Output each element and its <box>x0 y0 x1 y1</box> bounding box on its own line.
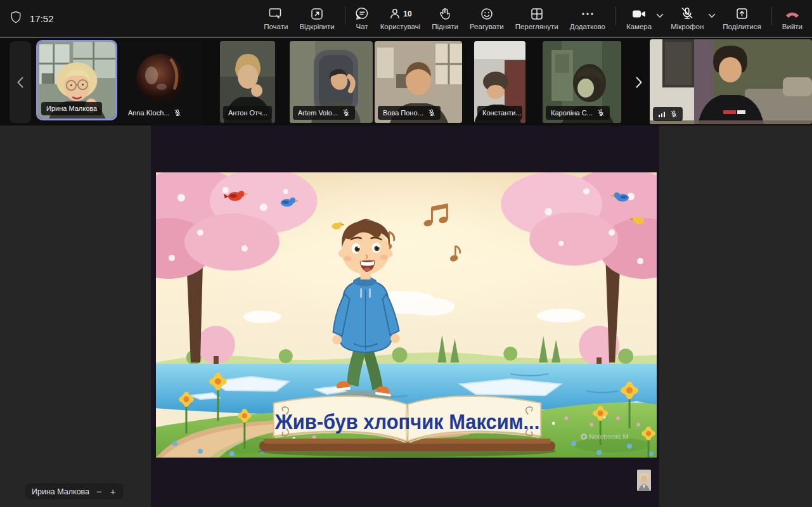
presenter-video-thumbnail[interactable] <box>637 470 651 491</box>
camera-chevron-down-icon[interactable] <box>655 10 665 22</box>
presenter-name: Ирина Малкова <box>32 487 89 496</box>
mic-muted-icon <box>680 7 694 21</box>
react-smiley-icon <box>480 7 493 21</box>
signal-bars-icon <box>658 110 666 118</box>
teams-meeting-window: 17:52 Почати Відкр <box>0 0 812 507</box>
participant-tile[interactable]: Artem Volo... <box>290 41 373 123</box>
chat-label: Чат <box>356 23 368 30</box>
mic-button[interactable]: Мікрофон <box>665 1 709 36</box>
participant-name-badge: Антон Отч... <box>223 106 272 120</box>
meeting-toolbar: 17:52 Почати Відкр <box>0 0 812 38</box>
raise-hand-label: Підняти <box>432 23 458 30</box>
view-button[interactable]: Переглянути <box>510 1 564 36</box>
participant-tile[interactable]: Anna Kloch... <box>120 41 202 123</box>
participant-status-badge <box>653 107 683 121</box>
participant-name: Кароліна С... <box>551 110 593 117</box>
participants-count: 10 <box>403 10 411 18</box>
participant-name-badge: Artem Volo... <box>293 106 355 120</box>
meeting-content-area: Жив-був хлопчик Максим... NotebookLM <box>0 125 812 507</box>
mic-chevron-down-icon[interactable] <box>707 10 717 22</box>
toolbar-actions: Почати Відкріпити <box>258 0 808 37</box>
share-button[interactable]: Поділитися <box>717 1 766 36</box>
participants-icon: 10 <box>389 7 411 21</box>
muted-mic-icon <box>342 109 350 117</box>
toolbar-left: 17:52 <box>10 0 54 37</box>
zoom-out-button[interactable]: − <box>95 487 103 496</box>
participant-tile[interactable] <box>650 39 812 124</box>
react-button[interactable]: Реагувати <box>464 1 510 36</box>
mic-group: Мікрофон <box>665 1 717 36</box>
meeting-time: 17:52 <box>30 13 54 24</box>
camera-icon <box>631 7 647 21</box>
participant-name-badge: Константи... <box>477 106 522 120</box>
muted-mic-icon <box>428 109 435 117</box>
participant-filmstrip: Ирина Малкова Anna Kloch... <box>0 38 812 125</box>
raise-hand-icon <box>439 7 451 21</box>
participant-name-badge: Ирина Малкова <box>41 102 102 115</box>
presenter-thumb-video <box>637 470 651 491</box>
chat-icon <box>356 7 369 21</box>
filmstrip-prev-button[interactable] <box>10 41 31 123</box>
presenter-name-pill: Ирина Малкова − + <box>25 484 124 499</box>
participant-tile[interactable]: Вова Поно... <box>375 41 462 123</box>
start-label: Почати <box>264 23 288 30</box>
unpin-button[interactable]: Відкріпити <box>293 1 340 36</box>
unpin-icon <box>311 7 323 21</box>
filmstrip-next-button[interactable] <box>632 41 646 123</box>
shield-icon <box>10 11 22 26</box>
participant-name: Вова Поно... <box>383 110 423 117</box>
toolbar-divider <box>771 6 772 25</box>
participant-name-badge: Anna Kloch... <box>123 106 186 120</box>
more-label: Додатково <box>570 23 605 30</box>
camera-button[interactable]: Камера <box>621 1 657 36</box>
slide-illustration: Жив-був хлопчик Максим... NotebookLM <box>156 172 657 458</box>
participant-name: Антон Отч... <box>228 110 267 117</box>
leave-label: Вийти <box>782 23 802 30</box>
leave-button[interactable]: Вийти <box>777 1 808 36</box>
camera-group: Камера <box>621 1 665 36</box>
unpin-label: Відкріпити <box>299 23 334 30</box>
participant-name-badge: Кароліна С... <box>546 106 610 120</box>
camera-label: Камера <box>626 23 652 30</box>
leave-call-icon <box>784 7 801 21</box>
participant-tile[interactable]: Кароліна С... <box>543 41 621 123</box>
share-label: Поділитися <box>723 23 761 30</box>
participant-name: Artem Volo... <box>298 110 338 117</box>
view-label: Переглянути <box>515 23 558 30</box>
start-button[interactable]: Почати <box>258 1 293 36</box>
participant-name: Anna Kloch... <box>128 110 169 117</box>
muted-mic-icon <box>670 110 678 118</box>
more-ellipsis-icon <box>581 7 595 21</box>
view-grid-icon <box>531 7 543 21</box>
slide-title: Жив-був хлопчик Максим... <box>274 410 539 433</box>
participant-tile[interactable]: Антон Отч... <box>220 41 275 123</box>
participant-name-badge: Вова Поно... <box>378 106 441 120</box>
share-screen-icon <box>735 7 749 21</box>
zoom-in-button[interactable]: + <box>109 487 117 496</box>
slide-title-banner: Жив-був хлопчик Максим... <box>259 396 556 457</box>
muted-mic-icon <box>174 109 181 117</box>
participant-name: Константи... <box>482 110 522 117</box>
screen-share-start-icon <box>269 7 283 21</box>
shared-slide: Жив-був хлопчик Максим... NotebookLM <box>156 172 657 458</box>
react-label: Реагувати <box>470 23 504 30</box>
chat-button[interactable]: Чат <box>350 1 375 36</box>
participants-label: Користувачі <box>380 23 420 30</box>
participant-tile[interactable]: Ирина Малкова <box>36 40 117 120</box>
watermark-text: NotebookLM <box>589 433 628 440</box>
toolbar-divider <box>615 6 616 25</box>
mic-label: Мікрофон <box>671 23 704 30</box>
toolbar-divider <box>345 6 345 25</box>
participant-name: Ирина Малкова <box>46 105 97 112</box>
shared-content-stage: Жив-був хлопчик Максим... NotebookLM <box>151 125 659 507</box>
participants-button[interactable]: 10 Користувачі <box>375 1 426 36</box>
participant-tile[interactable]: Константи... <box>474 41 525 123</box>
more-button[interactable]: Додатково <box>564 1 611 36</box>
raise-hand-button[interactable]: Підняти <box>426 1 464 36</box>
muted-mic-icon <box>597 109 605 117</box>
